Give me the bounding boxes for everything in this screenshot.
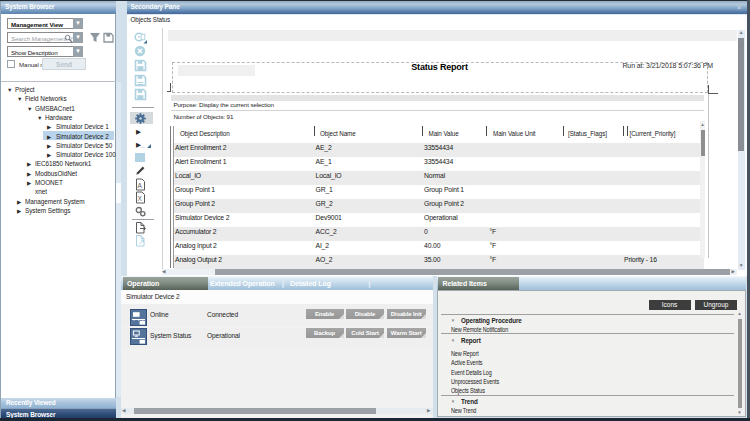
svg-text:A: A xyxy=(137,182,142,189)
svg-text:X: X xyxy=(137,195,142,202)
